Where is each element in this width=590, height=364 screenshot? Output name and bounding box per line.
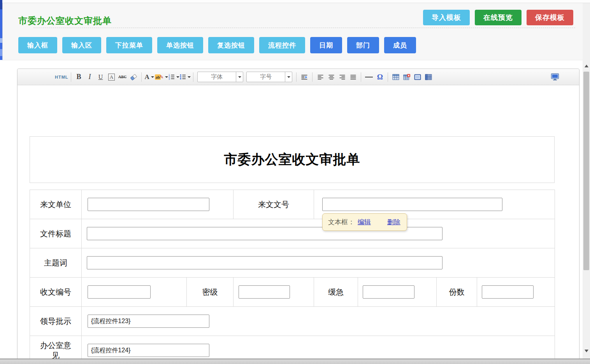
remove-format-button[interactable] — [128, 72, 139, 82]
align-right-button[interactable] — [337, 72, 348, 82]
align-justify-icon — [350, 74, 356, 80]
table-cell-props-button[interactable] — [412, 72, 423, 82]
widget-dropdown-button[interactable]: 下拉菜单 — [106, 37, 152, 53]
table-props-button[interactable] — [423, 72, 434, 82]
table-icon — [392, 74, 399, 81]
table-row: 收文编号 密级 缓急 份数 — [30, 278, 555, 307]
source-unit-input[interactable] — [88, 198, 209, 211]
form-label-doc-title: 文件标题 — [30, 219, 82, 248]
align-center-icon — [328, 74, 335, 80]
editor-content-area[interactable]: 市委办公室收文审批单 来文单位 来文文号 — [18, 85, 579, 364]
receipt-no-input[interactable] — [88, 285, 151, 299]
copies-input[interactable] — [482, 285, 534, 299]
form-widget-buttons: 输入框 输入区 下拉菜单 单选按钮 复选按钮 流程控件 日期 部门 成员 — [18, 37, 416, 53]
save-template-button[interactable]: 保存模板 — [527, 10, 573, 25]
form-label-secrecy-level: 密级 — [187, 278, 234, 307]
toolbar-separator — [388, 72, 388, 82]
form-cell — [82, 219, 555, 248]
font-size-select[interactable]: 字号 — [246, 72, 292, 82]
align-left-button[interactable] — [315, 72, 326, 82]
widget-date-button[interactable]: 日期 — [310, 37, 342, 53]
scrollbar-down-arrow[interactable] — [583, 347, 590, 354]
align-justify-button[interactable] — [348, 72, 358, 82]
ordered-list-button[interactable]: 1 2 3 — [168, 72, 179, 82]
toolbar-separator — [296, 72, 297, 82]
horizontal-rule-button[interactable] — [363, 72, 374, 82]
form-cell — [82, 278, 187, 307]
indent-button[interactable] — [299, 72, 310, 82]
table-row: 来文单位 来文文号 — [30, 190, 555, 219]
page-title: 市委办公室收文审批单 — [18, 15, 112, 27]
chevron-down-icon — [176, 76, 179, 78]
office-opinion-input[interactable] — [88, 344, 209, 357]
strikethrough-button[interactable]: ABC — [117, 72, 128, 82]
delete-table-icon — [403, 74, 410, 81]
toolbar-separator — [71, 72, 71, 82]
toolbar-separator — [361, 72, 361, 82]
chevron-down-icon — [188, 76, 191, 78]
insert-table-button[interactable] — [390, 72, 401, 82]
delete-table-button[interactable] — [401, 72, 412, 82]
special-char-button[interactable]: Ω — [374, 72, 385, 82]
toolbar-separator — [193, 72, 193, 82]
header-panel: 市委办公室收文审批单 导入模板 在线预览 保存模板 输入框 输入区 下拉菜单 单… — [2, 3, 583, 60]
tooltip-delete-link[interactable]: 删除 — [387, 218, 400, 227]
subject-words-input[interactable] — [87, 256, 442, 269]
widget-member-button[interactable]: 成员 — [384, 37, 416, 53]
widget-radio-button[interactable]: 单选按钮 — [157, 37, 203, 53]
table-cell-props-icon — [414, 74, 421, 81]
widget-input-box-button[interactable]: 输入框 — [18, 37, 57, 53]
urgency-input[interactable] — [363, 285, 414, 299]
office-opinion-label-text: 办公室意见 — [39, 340, 72, 360]
ordered-list-icon: 1 2 3 — [168, 74, 175, 80]
online-preview-button[interactable]: 在线预览 — [475, 10, 522, 25]
select-arrow-button[interactable] — [236, 72, 243, 82]
font-family-select[interactable]: 字体 — [197, 72, 243, 82]
font-style-button[interactable]: A — [106, 72, 117, 82]
monitor-icon — [551, 73, 559, 81]
form-label-source-doc-no: 来文文号 — [234, 190, 314, 219]
scrollbar-thumb[interactable] — [583, 72, 589, 270]
align-center-button[interactable] — [326, 72, 337, 82]
widget-checkbox-button[interactable]: 复选按钮 — [208, 37, 254, 53]
align-right-icon — [339, 74, 346, 80]
fullscreen-button[interactable] — [550, 72, 560, 82]
svg-text:3: 3 — [169, 77, 170, 80]
import-template-button[interactable]: 导入模板 — [423, 10, 470, 25]
tooltip-label: 文本框： — [328, 218, 355, 227]
italic-button[interactable]: I — [84, 72, 95, 82]
widget-tooltip: 文本框： 编辑 删除 — [322, 213, 407, 231]
secrecy-level-input[interactable] — [239, 285, 290, 299]
horizontal-rule-icon — [365, 77, 373, 77]
widget-flow-control-button[interactable]: 流程控件 — [259, 37, 305, 53]
font-color-a-icon: A — [144, 73, 149, 81]
form-label-subject-words: 主题词 — [30, 248, 82, 278]
select-arrow-button[interactable] — [285, 72, 292, 82]
scrollbar-up-arrow[interactable] — [583, 62, 590, 69]
source-doc-no-input[interactable] — [322, 198, 502, 211]
form-cell — [234, 278, 314, 307]
highlight-color-button[interactable]: ab✎ — [155, 72, 169, 82]
window-top-edge — [0, 0, 590, 3]
html-source-button[interactable]: HTML — [55, 72, 68, 82]
form-title-box: 市委办公室收文审批单 — [30, 136, 555, 183]
widget-department-button[interactable]: 部门 — [347, 37, 379, 53]
toolbar-separator — [141, 72, 142, 82]
underline-button[interactable]: U — [95, 72, 106, 82]
widget-textarea-button[interactable]: 输入区 — [62, 37, 101, 53]
font-color-button[interactable]: A — [144, 72, 155, 82]
form-label-urgency: 缓急 — [314, 278, 358, 307]
form-label-leader-instructions: 领导批示 — [30, 307, 82, 336]
table-props-icon — [425, 74, 432, 81]
vertical-scrollbar[interactable] — [583, 3, 590, 359]
triangle-down-icon — [585, 350, 588, 352]
tooltip-edit-link[interactable]: 编辑 — [358, 218, 371, 227]
unordered-list-button[interactable] — [179, 72, 191, 82]
align-left-icon — [317, 74, 324, 80]
pencil-icon: ✎ — [160, 74, 163, 80]
leader-instructions-input[interactable] — [88, 315, 209, 328]
chevron-down-icon — [165, 76, 168, 78]
table-row: 文件标题 — [30, 219, 555, 248]
bold-button[interactable]: B — [74, 72, 84, 82]
indent-icon — [301, 74, 308, 80]
